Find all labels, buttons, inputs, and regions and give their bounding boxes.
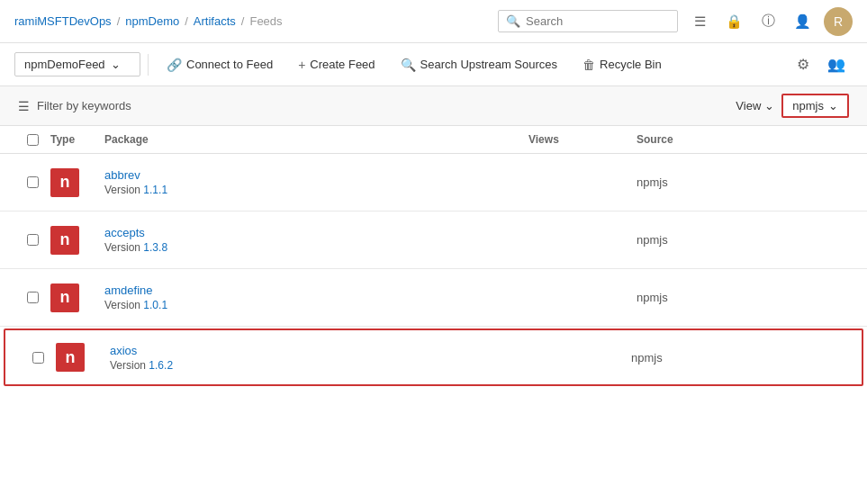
row-checkbox-col	[14, 234, 50, 246]
npm-icon: n	[50, 226, 79, 255]
breadcrumb: ramiMSFTDevOps / npmDemo / Artifacts / F…	[14, 14, 283, 28]
table-row: n abbrev Version 1.1.1 npmjs	[0, 154, 867, 212]
search-input[interactable]	[526, 14, 670, 28]
npm-icon: n	[56, 343, 85, 372]
manage-users-button[interactable]: 👥	[820, 51, 853, 77]
npm-icon: n	[50, 168, 79, 197]
toolbar-separator	[148, 54, 149, 76]
package-link-axios[interactable]: axios	[110, 344, 523, 357]
row-checkbox-abbrev[interactable]	[27, 176, 39, 188]
nav-right: 🔍 ☰ 🔒 ⓘ 👤 R	[498, 7, 853, 36]
header-source: Source	[637, 133, 781, 146]
row-package-abbrev: abbrev Version 1.1.1	[104, 168, 528, 196]
connect-icon: 🔗	[167, 58, 182, 72]
view-button[interactable]: View ⌄	[736, 99, 774, 112]
search-upstream-button[interactable]: 🔍 Search Upstream Sources	[390, 53, 568, 76]
row-checkbox-axios[interactable]	[32, 352, 44, 364]
view-chevron-icon: ⌄	[764, 99, 774, 112]
row-source-axios: npmjs	[631, 351, 775, 364]
table-header: Type Package Views Source	[0, 126, 867, 154]
package-link-accepts[interactable]: accepts	[104, 226, 528, 239]
lock-icon[interactable]: 🔒	[721, 9, 746, 34]
person-icon[interactable]: 👤	[790, 9, 815, 34]
row-package-axios: axios Version 1.6.2	[110, 344, 523, 372]
search-box[interactable]: 🔍	[498, 10, 678, 32]
row-checkbox-col	[14, 292, 50, 303]
header-type: Type	[50, 133, 104, 146]
row-type-axios: n	[56, 343, 110, 372]
toolbar: npmDemoFeed ⌄ 🔗 Connect to Feed + Create…	[0, 43, 867, 86]
header-package: Package	[104, 133, 528, 146]
header-views: Views	[528, 133, 637, 146]
table-container: Type Package Views Source n abbrev Versi…	[0, 126, 867, 386]
source-filter-button[interactable]: npmjs ⌄	[781, 94, 849, 118]
row-package-amdefine: amdefine Version 1.0.1	[104, 284, 528, 311]
header-extra	[781, 133, 853, 146]
row-type-accepts: n	[50, 226, 104, 255]
search-icon: 🔍	[506, 14, 520, 28]
settings-button[interactable]: ⚙	[790, 51, 817, 77]
breadcrumb-org[interactable]: ramiMSFTDevOps	[14, 14, 112, 28]
feed-dropdown[interactable]: npmDemoFeed ⌄	[14, 52, 140, 76]
top-nav: ramiMSFTDevOps / npmDemo / Artifacts / F…	[0, 0, 867, 43]
filter-right: View ⌄ npmjs ⌄	[736, 94, 849, 118]
source-filter-label: npmjs	[792, 99, 824, 112]
breadcrumb-feeds: Feeds	[249, 14, 282, 28]
create-feed-button[interactable]: + Create Feed	[287, 53, 385, 76]
connect-to-feed-button[interactable]: 🔗 Connect to Feed	[156, 53, 284, 76]
toolbar-right: ⚙ 👥	[790, 51, 853, 77]
view-label: View	[736, 99, 761, 112]
avatar[interactable]: R	[824, 7, 853, 36]
breadcrumb-artifacts[interactable]: Artifacts	[194, 14, 236, 28]
select-all-checkbox[interactable]	[27, 134, 39, 146]
list-icon[interactable]: ☰	[687, 9, 712, 34]
feed-name: npmDemoFeed	[24, 58, 105, 71]
package-link-amdefine[interactable]: amdefine	[104, 284, 528, 297]
npm-icon: n	[50, 284, 79, 312]
row-type-abbrev: n	[50, 168, 104, 197]
table-row: n accepts Version 1.3.8 npmjs	[0, 212, 867, 269]
table-row: n amdefine Version 1.0.1 npmjs	[0, 269, 867, 327]
row-source-accepts: npmjs	[637, 233, 781, 247]
header-checkbox-col	[14, 133, 50, 146]
row-type-amdefine: n	[50, 284, 104, 312]
plus-icon: +	[298, 58, 305, 72]
filter-label: Filter by keywords	[37, 99, 131, 112]
package-version-axios: Version 1.6.2	[110, 359, 523, 372]
row-source-amdefine: npmjs	[637, 291, 781, 304]
package-version-accepts: Version 1.3.8	[104, 241, 528, 254]
help-icon[interactable]: ⓘ	[755, 9, 781, 34]
filter-bar: ☰ Filter by keywords View ⌄ npmjs ⌄	[0, 86, 867, 126]
search-upstream-icon: 🔍	[401, 58, 416, 72]
row-checkbox-amdefine[interactable]	[27, 292, 39, 303]
row-checkbox-accepts[interactable]	[27, 234, 39, 246]
package-link-abbrev[interactable]: abbrev	[104, 168, 528, 182]
row-checkbox-col	[20, 352, 56, 364]
filter-icon: ☰	[18, 99, 30, 113]
row-checkbox-col	[14, 176, 50, 188]
package-version-abbrev: Version 1.1.1	[104, 184, 528, 196]
chevron-down-icon: ⌄	[111, 58, 121, 71]
source-filter-chevron-icon: ⌄	[828, 99, 838, 112]
trash-icon: 🗑	[583, 58, 595, 72]
table-row-highlighted: n axios Version 1.6.2 npmjs	[4, 328, 863, 386]
breadcrumb-project[interactable]: npmDemo	[125, 14, 179, 28]
row-package-accepts: accepts Version 1.3.8	[104, 226, 528, 254]
recycle-bin-button[interactable]: 🗑 Recycle Bin	[572, 53, 673, 76]
row-source-abbrev: npmjs	[637, 176, 781, 189]
filter-left: ☰ Filter by keywords	[18, 99, 131, 113]
package-version-amdefine: Version 1.0.1	[104, 299, 528, 311]
